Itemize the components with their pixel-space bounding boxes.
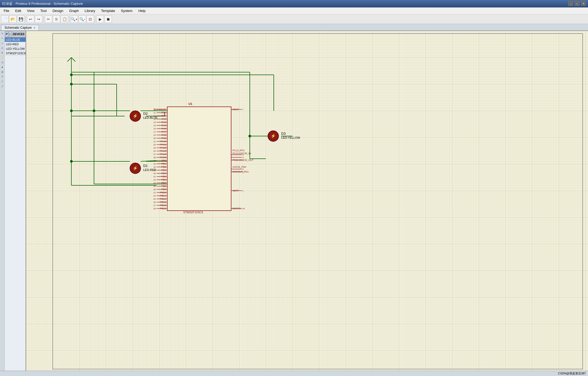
left-toolbar: ↖ + ─ ═ A ⚡ ◁ ● ◎ T □ ╱ — [0, 31, 5, 376]
tb-zoom-out[interactable]: 🔍- — [79, 15, 86, 23]
tb-zoom-fit[interactable]: ⊡ — [87, 15, 94, 23]
svg-text:PB12: PB12 — [160, 198, 166, 200]
svg-text:PB4: PB4 — [161, 172, 166, 175]
svg-text:OSCOUT_PD1: OSCOUT_PD1 — [232, 170, 249, 173]
lt-tape[interactable]: ◎ — [0, 70, 5, 74]
svg-text:43: 43 — [153, 182, 156, 184]
menu-tool[interactable]: Tool — [38, 8, 49, 14]
minimize-button[interactable]: ─ — [568, 1, 573, 6]
svg-text:1: 1 — [242, 190, 244, 192]
svg-text:PB1: PB1 — [161, 162, 166, 165]
component-led-red[interactable]: LED-RED — [5, 42, 26, 47]
component-list: LED-BLUE LED-RED LED-YELLOW STM32F103C6 — [5, 38, 26, 376]
lt-text[interactable]: T — [0, 75, 5, 79]
menu-view[interactable]: View — [24, 8, 37, 14]
tb-cut[interactable]: ✂ — [45, 15, 52, 23]
titlebar-controls: ─ □ ✕ — [568, 1, 586, 6]
svg-text:42: 42 — [153, 179, 156, 181]
lt-bus[interactable]: ═ — [0, 46, 5, 50]
d3-symbol: ⚡ — [271, 133, 276, 138]
lt-wire[interactable]: ─ — [0, 41, 5, 45]
svg-text:PB0: PB0 — [161, 159, 166, 162]
maximize-button[interactable]: □ — [575, 1, 579, 6]
menubar: File Edit View Tool Design Graph Library… — [0, 7, 588, 14]
svg-text:20: 20 — [153, 166, 156, 168]
menu-design[interactable]: Design — [50, 8, 66, 14]
statusbar: CSDN@我是菜瓜387 — [0, 371, 588, 376]
tb-stop[interactable]: ⏹ — [104, 15, 112, 23]
svg-text:7: 7 — [242, 108, 244, 111]
ic-body — [167, 107, 231, 211]
ic-ref-label: U1 — [189, 102, 192, 105]
lt-power[interactable]: ⚡ — [0, 55, 5, 60]
svg-text:PC13_RTC: PC13_RTC — [232, 149, 245, 152]
component-panel: P L DEVICES LED-BLUE LED-RED LED-YELLOW … — [5, 31, 26, 376]
d1-ref: D1 — [143, 164, 148, 168]
svg-text:PB8: PB8 — [161, 185, 166, 187]
tb-copy[interactable]: ⎘ — [53, 15, 60, 23]
menu-edit[interactable]: Edit — [13, 8, 24, 14]
menu-template[interactable]: Template — [99, 8, 118, 14]
svg-text:PA5: PA5 — [162, 124, 166, 127]
menu-library[interactable]: Library — [82, 8, 98, 14]
d2-label: LED-BLUE — [143, 116, 158, 119]
close-button[interactable]: ✕ — [581, 1, 586, 6]
lt-box[interactable]: □ — [0, 79, 5, 84]
tab-schematic[interactable]: Schematic Capture ✕ — [1, 25, 39, 30]
titlebar-title: 红绿蓝 - Proteus 8 Professional - Schematic… — [2, 1, 83, 6]
svg-text:16: 16 — [153, 128, 156, 130]
svg-rect-1 — [26, 31, 588, 376]
tb-run[interactable]: ▶ — [96, 15, 104, 23]
svg-text:33: 33 — [153, 147, 156, 149]
svg-text:32: 32 — [153, 144, 156, 146]
svg-text:PB15: PB15 — [160, 207, 166, 210]
canvas-area[interactable]: U1 PA0-WKUP 10 PA1 11 PA2 12 PA3 13 PA4 … — [26, 31, 588, 376]
tabbar: Schematic Capture ✕ — [0, 24, 588, 31]
menu-graph[interactable]: Graph — [67, 8, 81, 14]
svg-text:PA11: PA11 — [160, 143, 166, 146]
tb-redo[interactable]: ↪ — [35, 15, 42, 23]
panel-header: P L DEVICES — [5, 31, 26, 38]
tb-paste[interactable]: 📋 — [61, 15, 68, 23]
svg-text:28: 28 — [153, 207, 156, 210]
lt-probe[interactable]: ● — [0, 65, 5, 69]
tb-zoom-in[interactable]: 🔍+ — [71, 15, 78, 23]
menu-help[interactable]: Help — [136, 8, 148, 14]
lt-component[interactable]: + — [0, 36, 5, 40]
svg-text:PA8: PA8 — [162, 134, 166, 136]
d2-ref: D2 — [143, 112, 148, 116]
svg-text:46: 46 — [153, 188, 156, 191]
component-stm32[interactable]: STM32F103C6 — [5, 51, 26, 56]
svg-text:6: 6 — [242, 171, 244, 173]
panel-l-button[interactable]: L — [9, 31, 12, 37]
svg-text:PA9: PA9 — [162, 137, 166, 140]
svg-text:PB6: PB6 — [161, 178, 166, 181]
svg-text:26: 26 — [153, 201, 156, 203]
svg-text:4: 4 — [242, 159, 244, 161]
svg-text:19: 19 — [153, 163, 156, 165]
svg-text:PB3: PB3 — [161, 169, 166, 171]
tb-save[interactable]: 💾 — [17, 15, 24, 23]
svg-text:41: 41 — [153, 175, 156, 178]
lt-select[interactable]: ↖ — [0, 31, 5, 36]
tb-open[interactable]: 📂 — [9, 15, 17, 23]
svg-text:PA2: PA2 — [162, 115, 166, 117]
component-led-blue[interactable]: LED-BLUE — [5, 38, 26, 42]
panel-p-button[interactable]: P — [5, 31, 8, 37]
svg-text:BOOT0: BOOT0 — [232, 207, 241, 210]
menu-system[interactable]: System — [118, 8, 135, 14]
svg-text:25: 25 — [153, 198, 156, 200]
lt-port[interactable]: ◁ — [0, 60, 5, 64]
lt-line[interactable]: ╱ — [0, 84, 5, 88]
tb-undo[interactable]: ↩ — [27, 15, 34, 23]
svg-text:PB10: PB10 — [160, 191, 166, 194]
svg-text:PB9: PB9 — [161, 188, 166, 191]
sep1 — [26, 16, 26, 22]
menu-file[interactable]: File — [1, 8, 12, 14]
tb-new[interactable]: 📄 — [1, 15, 9, 23]
component-led-yellow[interactable]: LED-YELLOW — [5, 47, 26, 51]
sep3 — [69, 16, 70, 22]
tab-close-button[interactable]: ✕ — [33, 26, 35, 29]
lt-label[interactable]: A — [0, 51, 5, 55]
svg-text:3: 3 — [242, 156, 244, 159]
